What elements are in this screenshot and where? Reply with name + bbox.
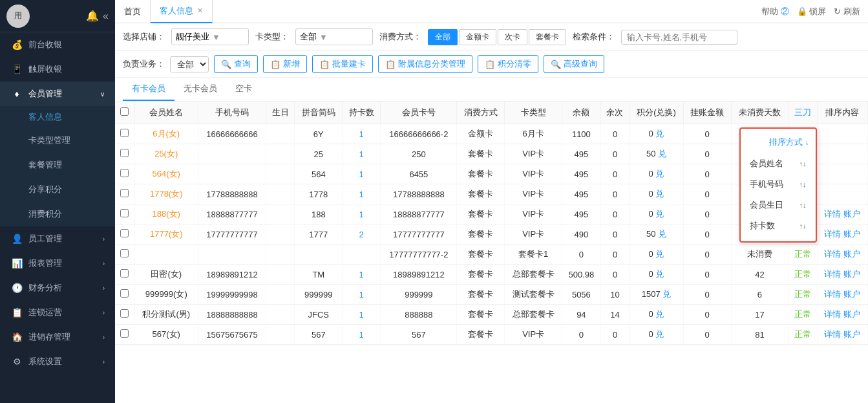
row-checkbox[interactable] xyxy=(115,164,134,184)
tab-close-icon[interactable]: ✕ xyxy=(197,6,203,15)
sidebar-item-staff-mgmt[interactable]: 👤 员工管理 › xyxy=(0,226,115,251)
account-link[interactable]: 账户 xyxy=(843,329,860,339)
sort-title[interactable]: 排序方式 xyxy=(769,136,803,148)
redeem-link[interactable]: 兑 xyxy=(658,149,666,158)
detail-link[interactable]: 详情 xyxy=(824,269,841,279)
sidebar-item-report-mgmt[interactable]: 📊 报表管理 › xyxy=(0,251,115,276)
payment-btn-amount[interactable]: 金额卡 xyxy=(459,29,496,45)
member-birthday xyxy=(266,144,295,164)
redeem-link[interactable]: 兑 xyxy=(658,229,666,239)
redeem-link[interactable]: 兑 xyxy=(655,169,664,179)
tab-no-card[interactable]: 无卡会员 xyxy=(175,78,226,101)
member-detail[interactable]: 详情账户 xyxy=(817,224,867,245)
sidebar-item-finance[interactable]: 🕐 财务分析 › xyxy=(0,276,115,300)
sidebar-item-chain-ops[interactable]: 📋 连锁运营 › xyxy=(0,300,115,325)
member-detail[interactable]: 详情账户 xyxy=(817,325,867,345)
new-button[interactable]: 📋 新增 xyxy=(263,55,307,73)
row-checkbox[interactable] xyxy=(115,265,134,285)
bell-icon[interactable]: 🔔 xyxy=(86,10,99,22)
sort-item-birthday[interactable]: 会员生日 ↑↓ xyxy=(741,195,816,215)
account-link[interactable]: 账户 xyxy=(843,229,860,239)
row-checkbox[interactable] xyxy=(115,184,134,204)
sort-item-phone[interactable]: 手机号码 ↑↓ xyxy=(741,174,816,195)
help-link[interactable]: 帮助 ② xyxy=(761,6,789,17)
member-points: 50 兑 xyxy=(630,224,684,245)
sort-item-card-count[interactable]: 持卡数 ↑↓ xyxy=(741,215,816,236)
search-input[interactable] xyxy=(621,30,737,45)
sidebar-item-front-cashier[interactable]: 💰 前台收银 xyxy=(0,32,115,57)
row-checkbox[interactable] xyxy=(115,224,134,245)
advanced-query-button[interactable]: 🔍 高级查询 xyxy=(544,55,604,73)
batch-card-button[interactable]: 📋 批量建卡 xyxy=(312,55,373,73)
member-detail[interactable]: 详情账户 xyxy=(817,285,867,305)
clear-points-button[interactable]: 📋 积分清零 xyxy=(478,55,538,73)
query-button[interactable]: 🔍 查询 xyxy=(214,55,258,73)
sidebar-item-touch-cashier[interactable]: 📱 触屏收银 xyxy=(0,57,115,82)
account-link[interactable]: 账户 xyxy=(843,269,860,279)
row-checkbox[interactable] xyxy=(115,245,134,265)
sort-item-member-name[interactable]: 会员姓名 ↑↓ xyxy=(741,153,816,174)
collapse-icon[interactable]: « xyxy=(103,10,109,22)
account-link[interactable]: 账户 xyxy=(843,249,860,259)
sidebar-item-inventory[interactable]: 🏠 进销存管理 › xyxy=(0,325,115,349)
sidebar: 用 🔔 « 💰 前台收银 📱 触屏收银 ♦ 会员管理 ∨ 客人信息 卡类型管理 … xyxy=(0,0,115,403)
redeem-link[interactable]: 兑 xyxy=(662,289,671,299)
account-link[interactable]: 账户 xyxy=(843,209,860,219)
member-detail[interactable] xyxy=(817,184,867,204)
tab-has-card[interactable]: 有卡会员 xyxy=(123,78,175,101)
row-checkbox[interactable] xyxy=(115,204,134,224)
detail-link[interactable]: 详情 xyxy=(824,329,841,339)
attach-info-button[interactable]: 📋 附属信息分类管理 xyxy=(378,55,472,73)
sidebar-item-settings[interactable]: ⚙ 系统设置 › xyxy=(0,349,115,374)
member-card-no: 17788888888 xyxy=(381,184,457,204)
row-checkbox[interactable] xyxy=(115,305,134,325)
detail-link[interactable]: 详情 xyxy=(824,229,841,239)
redeem-link[interactable]: 兑 xyxy=(655,309,664,319)
member-payment: 套餐卡 xyxy=(457,325,505,345)
member-detail[interactable] xyxy=(817,124,867,144)
account-link[interactable]: 账户 xyxy=(843,289,860,299)
lock-btn[interactable]: 🔒 锁屏 xyxy=(797,6,827,17)
detail-link[interactable]: 详情 xyxy=(824,309,841,319)
member-detail[interactable]: 详情账户 xyxy=(817,204,867,224)
redeem-link[interactable]: 兑 xyxy=(655,269,664,279)
member-detail[interactable] xyxy=(817,164,867,184)
redeem-link[interactable]: 兑 xyxy=(655,329,664,339)
member-table-wrapper: 会员姓名 手机号码 生日 拼音简码 持卡数 会员卡号 消费方式 卡类型 余额 余… xyxy=(115,102,868,403)
row-checkbox[interactable] xyxy=(115,325,134,345)
member-detail[interactable]: 详情账户 xyxy=(817,305,867,325)
redeem-link[interactable]: 兑 xyxy=(655,189,664,199)
sidebar-item-consume-points[interactable]: 消费积分 xyxy=(0,202,115,226)
payment-btn-times[interactable]: 次卡 xyxy=(498,29,527,45)
store-select[interactable]: 靓仔美业 ▼ xyxy=(171,28,249,45)
detail-link[interactable]: 详情 xyxy=(824,209,841,219)
tab-guest-info[interactable]: 客人信息 ✕ xyxy=(151,0,213,23)
sidebar-item-member-mgmt[interactable]: ♦ 会员管理 ∨ xyxy=(0,82,115,106)
redeem-link[interactable]: 兑 xyxy=(655,209,664,219)
account-link[interactable]: 账户 xyxy=(843,309,860,319)
sidebar-item-guest-info[interactable]: 客人信息 xyxy=(0,106,115,128)
card-type-select[interactable]: 全部 ▼ xyxy=(295,28,373,45)
tab-home[interactable]: 首页 xyxy=(115,0,151,23)
row-checkbox[interactable] xyxy=(115,124,134,144)
th-credit: 挂账金额 xyxy=(683,102,731,124)
sidebar-item-share-points[interactable]: 分享积分 xyxy=(0,177,115,202)
payment-btn-package[interactable]: 套餐卡 xyxy=(529,29,566,45)
member-detail[interactable]: 详情账户 xyxy=(817,245,867,265)
row-checkbox[interactable] xyxy=(115,144,134,164)
member-detail[interactable] xyxy=(817,144,867,164)
detail-link[interactable]: 详情 xyxy=(824,289,841,299)
responsible-select[interactable]: 全部 xyxy=(170,56,209,72)
sidebar-item-card-type[interactable]: 卡类型管理 xyxy=(0,128,115,153)
detail-link[interactable]: 详情 xyxy=(824,249,841,259)
member-detail[interactable]: 详情账户 xyxy=(817,265,867,285)
row-checkbox[interactable] xyxy=(115,285,134,305)
refresh-btn[interactable]: ↻ 刷新 xyxy=(834,6,860,17)
sidebar-item-package-mgmt[interactable]: 套餐管理 xyxy=(0,153,115,177)
tab-empty-card[interactable]: 空卡 xyxy=(226,78,261,101)
redeem-link[interactable]: 兑 xyxy=(655,249,664,259)
avatar: 用 xyxy=(6,5,30,28)
payment-btn-all[interactable]: 全部 xyxy=(428,29,458,45)
select-all-checkbox[interactable] xyxy=(120,107,129,116)
redeem-link[interactable]: 兑 xyxy=(655,129,664,138)
